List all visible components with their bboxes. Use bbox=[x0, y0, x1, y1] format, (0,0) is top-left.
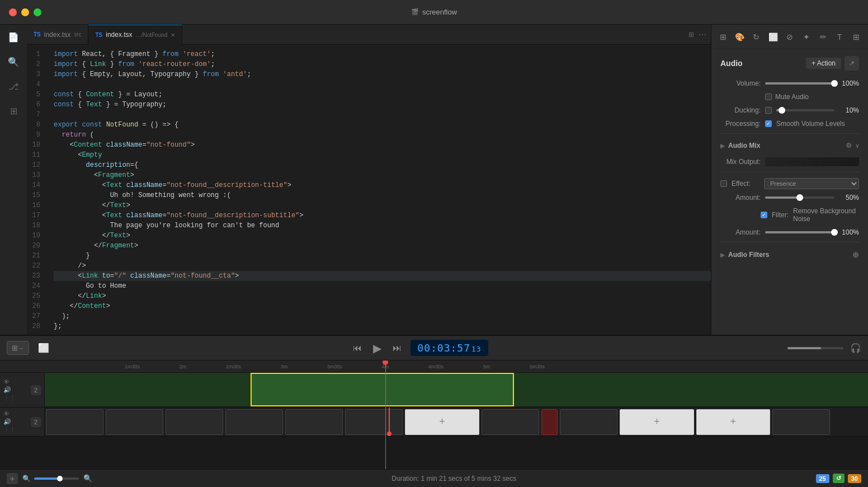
editor-container: 📄 🔍 ⎇ ⊞ TS index.tsx src TS index.tsx bbox=[0, 25, 711, 335]
code-line-27: ); bbox=[54, 311, 711, 321]
video-speaker-icon[interactable]: 🔊 bbox=[3, 418, 16, 425]
amount-slider[interactable] bbox=[765, 196, 834, 199]
status-right: 25 ↺ 30 bbox=[816, 474, 862, 483]
ducking-row: Ducking: 10% bbox=[720, 106, 859, 114]
rewind-button[interactable]: ⏮ bbox=[351, 341, 364, 355]
filter-amount-label: Amount: bbox=[720, 228, 761, 236]
video-properties-icon[interactable]: ⊞ bbox=[716, 29, 730, 45]
close-button[interactable] bbox=[9, 8, 17, 16]
ducking-checkbox[interactable] bbox=[765, 107, 772, 114]
code-line-10: <Content className="not-found"> bbox=[54, 140, 711, 150]
effect-select[interactable]: Presence bbox=[764, 178, 859, 189]
video-clip-8[interactable] bbox=[560, 409, 617, 435]
video-clip-6[interactable] bbox=[345, 409, 403, 435]
video-clip-white-1[interactable]: + bbox=[405, 409, 479, 435]
filter-amount-slider[interactable] bbox=[765, 231, 834, 233]
timeline-volume-slider[interactable] bbox=[787, 347, 843, 349]
filter-amount-row: Amount: 100% bbox=[720, 228, 859, 236]
amount-value: 50% bbox=[839, 194, 859, 202]
no-icon[interactable]: ⊘ bbox=[782, 29, 797, 45]
star-icon[interactable]: ✦ bbox=[799, 29, 814, 45]
mix-settings-icon[interactable]: ⚙ bbox=[846, 142, 852, 149]
git-icon[interactable]: ⎇ bbox=[6, 78, 21, 94]
video-clip-9[interactable] bbox=[772, 409, 830, 435]
mute-checkbox[interactable] bbox=[765, 93, 772, 100]
maximize-button[interactable] bbox=[34, 8, 41, 16]
selected-segment[interactable]: const bars2 = []; for(let i = 0; i < 200… bbox=[251, 373, 514, 406]
video-clip-white-2[interactable]: + bbox=[620, 409, 694, 435]
code-line-21: } bbox=[54, 251, 711, 261]
tab-index-notfound[interactable]: TS index.tsx …/NotFound ✕ bbox=[88, 25, 182, 45]
play-button[interactable]: ▶ bbox=[371, 339, 384, 357]
explorer-icon[interactable]: 📄 bbox=[6, 29, 21, 45]
code-line-8: export const NotFound = () => { bbox=[54, 120, 711, 130]
split-editor-icon[interactable]: ⊞ bbox=[688, 31, 694, 39]
video-clip-5[interactable] bbox=[285, 409, 343, 435]
traffic-lights[interactable] bbox=[9, 8, 41, 16]
screen-icon[interactable]: ⬜ bbox=[766, 29, 780, 45]
video-clip-4[interactable] bbox=[225, 409, 283, 435]
badge-30[interactable]: 30 bbox=[848, 474, 861, 483]
group-clips-button[interactable]: ⊞→ bbox=[7, 341, 29, 355]
share-settings-icon[interactable]: ↗ bbox=[845, 56, 859, 71]
tab-close-button[interactable]: ✕ bbox=[171, 32, 175, 38]
video-clip-white-3[interactable]: + bbox=[696, 409, 770, 435]
share-icon[interactable]: ⊞ bbox=[849, 29, 864, 45]
rotate-icon[interactable]: ↻ bbox=[749, 29, 764, 45]
audio-filters-header[interactable]: ▶ Audio Filters ⊕ bbox=[720, 248, 859, 261]
speaker-icon[interactable]: 🔊 bbox=[3, 386, 16, 394]
filter-checkbox[interactable]: ✓ bbox=[761, 212, 767, 218]
badge-25[interactable]: 25 bbox=[816, 474, 829, 483]
minimize-button[interactable] bbox=[21, 8, 29, 16]
playhead-line[interactable] bbox=[385, 360, 386, 469]
color-icon[interactable]: 🎨 bbox=[733, 29, 747, 45]
code-lines[interactable]: import React, { Fragment } from 'react';… bbox=[49, 45, 711, 335]
effect-checkbox[interactable] bbox=[720, 180, 727, 187]
filter-row: ✓ Filter: Remove Background Noise bbox=[720, 207, 859, 223]
video-track-controls: 👁 🔊 ⋮⋮ 2 bbox=[0, 408, 45, 436]
code-line-26: </Content> bbox=[54, 301, 711, 311]
ruler-marks: 1m30s 2m 2m30s 3m 3m30s 4m 4m30s 5m 5m30… bbox=[89, 360, 868, 372]
waveform-selected: const bars2 = []; for(let i = 0; i < 200… bbox=[252, 374, 513, 405]
audio-panel: Audio + Action ↗ Volume: 100% Mute Audio bbox=[711, 49, 868, 335]
video-track-row: 👁 🔊 ⋮⋮ 2 + bbox=[0, 408, 868, 437]
smooth-volume-checkbox[interactable]: ✓ bbox=[765, 120, 772, 127]
timeline-tracks: 1m30s 2m 2m30s 3m 3m30s 4m 4m30s 5m 5m30… bbox=[0, 360, 868, 469]
video-track-content: + + + bbox=[45, 408, 868, 436]
zoom-slider[interactable] bbox=[34, 477, 79, 480]
audio-track: // Generate waveform bars const bars = [… bbox=[45, 373, 868, 406]
pen-icon[interactable]: ✏ bbox=[816, 29, 831, 45]
code-line-18: The page you're looking for can't be fou… bbox=[54, 221, 711, 231]
video-clip-red[interactable] bbox=[541, 409, 558, 435]
video-clip-1[interactable] bbox=[46, 409, 103, 435]
timeline-toolbar: ⊞→ ⬜ ⏮ ▶ ⏭ 00:03:57 13 🎧 bbox=[0, 336, 868, 360]
action-button[interactable]: + Action bbox=[806, 58, 841, 69]
filter-value: Remove Background Noise bbox=[793, 207, 859, 223]
tab-index-src[interactable]: TS index.tsx src bbox=[27, 25, 88, 45]
add-track-button[interactable]: + bbox=[7, 473, 18, 484]
audio-mix-header[interactable]: ▶ Audio Mix ⚙ ∨ bbox=[720, 139, 859, 152]
zoom-out-icon[interactable]: 🔍 bbox=[22, 475, 31, 483]
crop-button[interactable]: ⬜ bbox=[36, 340, 51, 355]
video-clip-3[interactable] bbox=[166, 409, 223, 435]
badge-loop[interactable]: ↺ bbox=[833, 474, 845, 483]
mix-output-row: Mix Output: bbox=[720, 157, 859, 166]
effect-label: Effect: bbox=[732, 180, 760, 188]
video-eye-icon[interactable]: 👁 bbox=[3, 410, 16, 417]
mix-expand-icon[interactable]: ∨ bbox=[855, 143, 859, 149]
text-icon[interactable]: T bbox=[832, 29, 847, 45]
audio-filters-add-icon[interactable]: ⊕ bbox=[852, 250, 859, 259]
volume-slider[interactable] bbox=[765, 82, 834, 85]
more-options-icon[interactable]: ⋯ bbox=[699, 30, 706, 39]
divider-2 bbox=[720, 172, 859, 172]
ducking-slider[interactable] bbox=[776, 109, 834, 111]
fast-forward-button[interactable]: ⏭ bbox=[390, 341, 404, 355]
search-icon[interactable]: 🔍 bbox=[6, 54, 21, 69]
extensions-icon[interactable]: ⊞ bbox=[6, 103, 21, 119]
video-clip-7[interactable] bbox=[482, 409, 539, 435]
code-line-11: <Empty bbox=[54, 150, 711, 160]
video-clip-2[interactable] bbox=[106, 409, 163, 435]
code-line-25: </Link> bbox=[54, 291, 711, 301]
search-timeline-icon[interactable]: 🔍 bbox=[83, 474, 92, 483]
eye-icon[interactable]: 👁 bbox=[3, 378, 16, 385]
